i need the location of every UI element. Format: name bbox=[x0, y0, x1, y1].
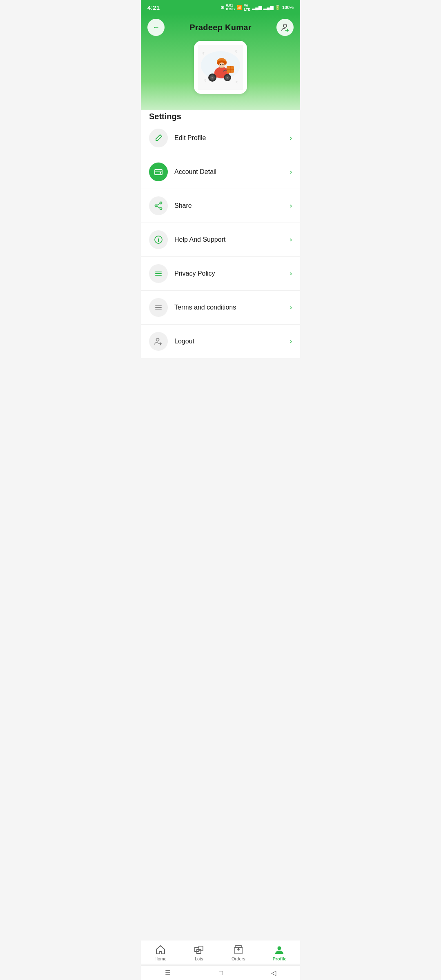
edit-icon bbox=[154, 134, 163, 142]
edit-profile-chevron: › bbox=[290, 134, 292, 142]
terms-chevron: › bbox=[290, 304, 292, 311]
svg-point-27 bbox=[155, 205, 157, 207]
bluetooth-icon: ⊛ bbox=[220, 5, 224, 10]
privacy-policy-chevron: › bbox=[290, 270, 292, 277]
menu-item-account-detail[interactable]: Account Detail › bbox=[141, 155, 300, 189]
svg-rect-24 bbox=[160, 172, 161, 174]
status-icons: ⊛ 0.01KB/S 📶 VoLTE ▂▄▆ ▂▄▆ 🔋 100% bbox=[220, 3, 294, 11]
logout-icon bbox=[154, 337, 163, 346]
settings-title: Settings bbox=[141, 112, 300, 125]
volte-icon: VoLTE bbox=[244, 3, 250, 11]
help-icon-wrap bbox=[149, 230, 168, 249]
svg-point-31 bbox=[158, 238, 159, 239]
menu-item-edit-profile[interactable]: Edit Profile › bbox=[141, 125, 300, 155]
svg-rect-23 bbox=[155, 169, 162, 175]
svg-point-25 bbox=[160, 202, 162, 204]
privacy-icon-wrap bbox=[149, 264, 168, 283]
info-icon bbox=[154, 235, 163, 244]
help-support-chevron: › bbox=[290, 236, 292, 243]
edit-profile-label: Edit Profile bbox=[174, 134, 290, 142]
account-detail-chevron: › bbox=[290, 168, 292, 176]
battery-icon: 🔋 bbox=[275, 5, 281, 10]
svg-line-29 bbox=[157, 207, 160, 208]
share-icon bbox=[154, 201, 163, 210]
menu-item-help-support[interactable]: Help And Support › bbox=[141, 223, 300, 257]
help-support-label: Help And Support bbox=[174, 236, 290, 243]
svg-point-18 bbox=[227, 77, 228, 78]
header: ← Pradeep Kumar bbox=[141, 14, 300, 110]
back-button[interactable]: ← bbox=[147, 19, 165, 36]
user-name: Pradeep Kumar bbox=[189, 23, 252, 32]
svg-text:₹: ₹ bbox=[204, 79, 206, 82]
svg-point-15 bbox=[212, 77, 213, 78]
user-avatar: ₹ ₹ ₹ ₹ bbox=[194, 41, 247, 94]
data-speed: 0.01KB/S bbox=[226, 4, 235, 11]
svg-point-8 bbox=[220, 64, 221, 65]
logout-header-icon bbox=[280, 22, 290, 32]
status-time: 4:21 bbox=[147, 4, 160, 11]
list-icon bbox=[154, 269, 163, 278]
account-detail-icon-wrap bbox=[149, 163, 168, 181]
logout-chevron: › bbox=[290, 338, 292, 345]
logout-label: Logout bbox=[174, 338, 290, 345]
menu-item-privacy-policy[interactable]: Privacy Policy › bbox=[141, 257, 300, 291]
svg-point-26 bbox=[160, 208, 162, 210]
svg-point-9 bbox=[223, 64, 224, 65]
terms-icon-wrap bbox=[149, 298, 168, 317]
share-chevron: › bbox=[290, 202, 292, 209]
svg-point-39 bbox=[156, 339, 159, 341]
wifi-icon: 📶 bbox=[236, 5, 242, 10]
header-top: ← Pradeep Kumar bbox=[141, 14, 300, 39]
svg-text:₹: ₹ bbox=[202, 51, 205, 56]
svg-text:₹: ₹ bbox=[236, 81, 238, 85]
menu-item-logout[interactable]: Logout › bbox=[141, 325, 300, 358]
logout-icon-wrap bbox=[149, 332, 168, 351]
signal2-icon: ▂▄▆ bbox=[263, 5, 273, 10]
signal-icon: ▂▄▆ bbox=[252, 5, 262, 10]
back-arrow-icon: ← bbox=[152, 23, 160, 32]
edit-profile-icon-wrap bbox=[149, 129, 168, 147]
svg-text:₹: ₹ bbox=[235, 49, 237, 54]
privacy-policy-label: Privacy Policy bbox=[174, 270, 290, 277]
settings-card: Settings Edit Profile › Account Detail › bbox=[141, 102, 300, 358]
header-logout-button[interactable] bbox=[276, 19, 294, 36]
avatar-illustration: ₹ ₹ ₹ ₹ bbox=[198, 45, 243, 90]
menu-item-share[interactable]: Share › bbox=[141, 189, 300, 223]
share-label: Share bbox=[174, 202, 290, 209]
terms-label: Terms and conditions bbox=[174, 304, 290, 311]
svg-line-28 bbox=[157, 204, 160, 205]
account-detail-label: Account Detail bbox=[174, 168, 290, 176]
terms-icon bbox=[154, 303, 163, 312]
menu-item-terms[interactable]: Terms and conditions › bbox=[141, 291, 300, 325]
status-bar: 4:21 ⊛ 0.01KB/S 📶 VoLTE ▂▄▆ ▂▄▆ 🔋 100% bbox=[141, 0, 300, 14]
battery-percent: 100% bbox=[282, 5, 294, 10]
share-icon-wrap bbox=[149, 196, 168, 215]
svg-point-0 bbox=[283, 24, 287, 27]
wallet-icon bbox=[154, 167, 163, 176]
